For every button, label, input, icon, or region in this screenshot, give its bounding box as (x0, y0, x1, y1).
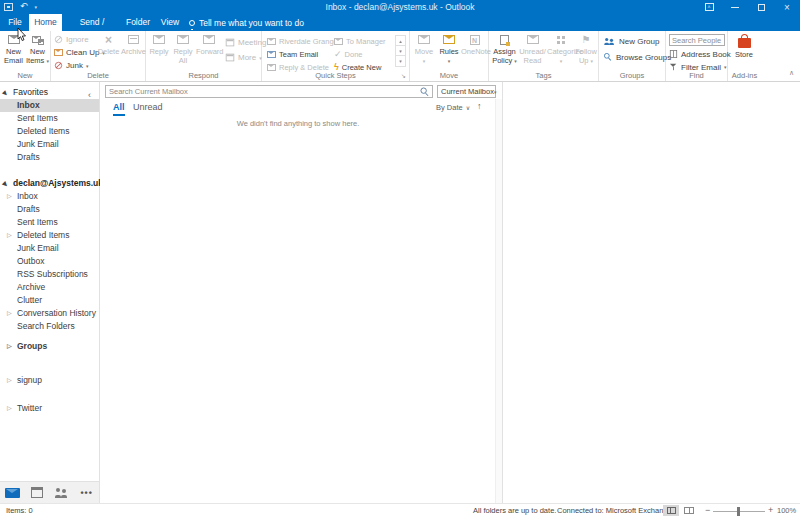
rules-button[interactable]: Rules ▾ (437, 32, 461, 65)
search-scope-dropdown[interactable]: Current Mailbox▾ (437, 85, 496, 98)
chevron-down-icon: ∨ (466, 104, 470, 111)
chevron-down-icon: ▾ (46, 58, 49, 64)
meeting-button: Meeting (225, 38, 266, 47)
expand-arrow-icon[interactable]: ▷ (7, 340, 12, 353)
reading-view-button[interactable] (681, 505, 697, 516)
expand-arrow-icon[interactable]: ▷ (7, 402, 12, 415)
assign-policy-button[interactable]: Assign Policy ▾ (491, 32, 518, 65)
quickstep-icon (267, 38, 276, 45)
tab-home[interactable]: Home (29, 14, 62, 31)
search-people-input[interactable] (669, 34, 725, 46)
quickstep-team-email[interactable]: Team Email (267, 48, 318, 60)
folder-clutter[interactable]: Clutter (0, 294, 99, 307)
tab-view[interactable]: View (158, 14, 182, 31)
signup-section-header[interactable]: ▷signup (0, 374, 99, 387)
sort-by-dropdown[interactable]: By Date∨ (436, 103, 470, 112)
tab-unread[interactable]: Unread (133, 102, 163, 112)
assign-policy-icon (500, 35, 509, 45)
scroll-down-icon[interactable]: ▾ (396, 46, 405, 56)
zoom-in-icon[interactable]: + (768, 506, 773, 515)
expand-arrow-icon[interactable]: ▷ (7, 374, 12, 387)
list-scrollbar[interactable] (495, 99, 502, 503)
expanded-arrow-icon: ▶ (0, 178, 12, 190)
junk-icon (55, 62, 62, 69)
folder-junk-email[interactable]: Junk Email (0, 242, 99, 255)
calendar-nav-button[interactable] (25, 482, 50, 504)
tell-me-box[interactable]: Tell me what you want to do (189, 14, 304, 31)
people-nav-button[interactable] (50, 482, 75, 504)
tab-folder[interactable]: Folder (124, 14, 152, 31)
quick-steps-more-icon[interactable]: ▾ (396, 56, 405, 66)
expand-arrow-icon[interactable]: ▷ (7, 307, 12, 320)
tab-send-receive[interactable]: Send / Receive (66, 14, 118, 31)
group-label-find: Find (666, 71, 727, 80)
quickstep-riverdale-grange: Riverdale Grange (267, 35, 338, 47)
twitter-section-header[interactable]: ▷Twitter (0, 402, 99, 415)
folder-outbox[interactable]: Outbox (0, 255, 99, 268)
expand-arrow-icon[interactable]: ▷ (7, 229, 12, 242)
group-label-delete: Delete (51, 71, 145, 80)
favorites-item-sent-items[interactable]: Sent Items (0, 112, 99, 125)
new-items-button[interactable]: New Items ▾ (26, 32, 49, 65)
maximize-button[interactable] (748, 0, 774, 14)
ribbon-display-options-button[interactable]: ˄ (696, 0, 722, 14)
more-apps-button[interactable]: ••• (74, 482, 99, 504)
search-mailbox-input[interactable] (105, 85, 433, 98)
minimize-button[interactable] (722, 0, 748, 14)
address-book-icon (670, 50, 677, 58)
ribbon-group-find: Address Book Filter Email▾ Find (666, 31, 728, 81)
ribbon-group-tags: Assign Policy ▾ Unread/ Read Categorize … (489, 31, 599, 81)
quickstep-icon (334, 38, 343, 45)
favorites-item-deleted-items[interactable]: Deleted Items (0, 125, 99, 138)
status-bar: Items: 0 All folders are up to date. Con… (0, 503, 800, 516)
reading-pane (503, 82, 800, 503)
tab-all[interactable]: All (113, 102, 125, 112)
sort-direction-icon[interactable]: ↑ (477, 101, 482, 111)
move-button: Move ▾ (412, 32, 436, 65)
folder-inbox[interactable]: ▷Inbox (0, 190, 99, 203)
ribbon-group-addins: Store Add-ins (728, 31, 761, 81)
junk-button[interactable]: Junk▾ (54, 61, 88, 70)
quick-steps-dialog-launcher-icon[interactable]: ↘ (401, 72, 406, 79)
favorites-item-drafts[interactable]: Drafts (0, 151, 99, 164)
more-button: More▾ (225, 53, 262, 62)
chevron-down-icon: ▾ (448, 58, 451, 64)
favorites-header[interactable]: ▶ Favorites ‹ (0, 86, 99, 99)
folder-conversation-history[interactable]: ▷Conversation History (0, 307, 99, 320)
onenote-icon: N (470, 35, 480, 45)
browse-groups-button[interactable]: Browse Groups (603, 52, 671, 62)
folder-sent-items[interactable]: Sent Items (0, 216, 99, 229)
mail-nav-button[interactable] (0, 482, 25, 504)
groups-section-header[interactable]: ▷Groups (0, 340, 99, 353)
unread-read-icon (527, 35, 539, 44)
checkmark-icon: ✓ (334, 50, 342, 59)
ribbon-group-quick-steps: Riverdale Grange Team Email Reply & Dele… (262, 31, 410, 81)
folder-rss-subscriptions[interactable]: RSS Subscriptions (0, 268, 99, 281)
expand-arrow-icon[interactable]: ▷ (7, 190, 12, 203)
folder-search-folders[interactable]: Search Folders (0, 320, 99, 333)
address-book-button[interactable]: Address Book (669, 49, 731, 59)
new-group-button[interactable]: New Group (603, 37, 659, 46)
minimize-icon (731, 7, 739, 8)
zoom-slider-thumb[interactable] (737, 507, 740, 516)
account-header[interactable]: ▶ declan@Ajsystems.uk (0, 177, 99, 190)
group-label-tags: Tags (489, 71, 598, 80)
reading-view-icon (684, 507, 694, 514)
store-button[interactable]: Store (730, 32, 758, 60)
normal-view-button[interactable] (663, 505, 679, 516)
zoom-level[interactable]: 100% (777, 506, 796, 515)
close-button[interactable]: × (774, 0, 800, 14)
favorites-item-junk-email[interactable]: Junk Email (0, 138, 99, 151)
folder-drafts[interactable]: Drafts (0, 203, 99, 216)
folder-deleted-items[interactable]: ▷Deleted Items (0, 229, 99, 242)
search-icon[interactable] (421, 88, 430, 97)
mail-icon (5, 488, 20, 498)
archive-icon (128, 35, 139, 44)
collapse-ribbon-icon[interactable]: ∧ (789, 69, 794, 77)
items-count: Items: 0 (6, 506, 33, 515)
favorites-item-inbox[interactable]: Inbox (0, 99, 99, 112)
zoom-out-icon[interactable]: − (705, 506, 710, 515)
folder-archive[interactable]: Archive (0, 281, 99, 294)
scroll-up-icon[interactable]: ▴ (396, 36, 405, 46)
forward-icon (203, 35, 215, 44)
